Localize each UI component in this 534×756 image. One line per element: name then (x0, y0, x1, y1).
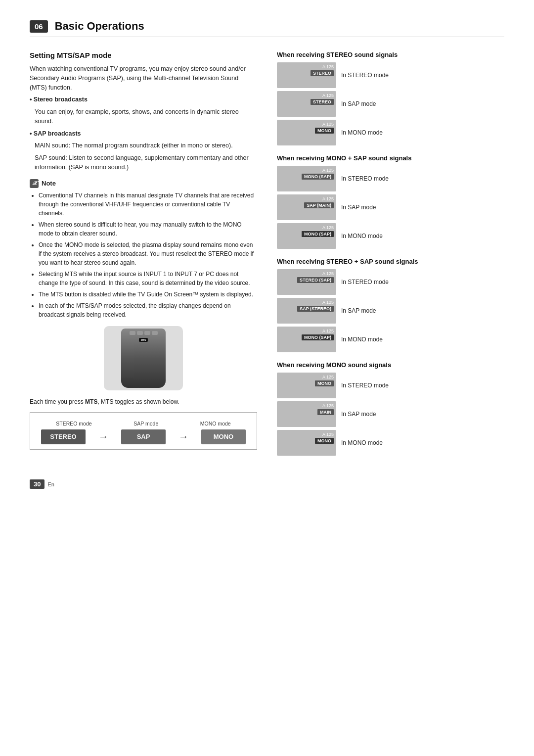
signal-row-stereo-1: A 125STEREOIn SAP mode (277, 91, 504, 117)
remote-illustration: MTS (104, 326, 183, 390)
signal-group-mono: When receiving MONO sound signalsA 125MO… (277, 361, 504, 456)
tv-channel-stereo_sap-2: A 125 (322, 329, 334, 333)
mts-label-mono: MONO mode (200, 421, 231, 426)
signal-label-mono-0: In STEREO mode (341, 382, 389, 389)
remote-btn-3 (144, 331, 150, 335)
tv-display-stereo-0: A 125STEREO (277, 62, 336, 88)
page-number-area: 30 En (30, 479, 504, 489)
signal-group-title-stereo: When receiving STEREO sound signals (277, 51, 504, 58)
mts-box-stereo: STEREO (41, 429, 86, 444)
tv-display-stereo_sap-0: A 125STEREO (SAP) (277, 269, 336, 295)
tv-channel-stereo-1: A 125 (322, 93, 334, 98)
mts-labels-row: STEREO mode SAP mode MONO mode (35, 421, 252, 426)
note-section: 𝒳 Note Conventional TV channels in this … (30, 179, 257, 319)
mts-label-stereo: STEREO mode (56, 421, 91, 426)
tv-display-stereo-2: A 125MONO (277, 120, 336, 145)
tv-channel-stereo-0: A 125 (322, 64, 334, 69)
remote-btn-1 (130, 331, 135, 335)
mts-arrow-1: → (98, 431, 108, 442)
signal-row-mono_sap-2: A 125MONO (SAP)In MONO mode (277, 223, 504, 249)
tv-mode-badge-stereo_sap-2: MONO (SAP) (302, 334, 334, 340)
mts-arrow-2: → (178, 431, 188, 442)
tv-display-mono-0: A 125MONO (277, 373, 336, 398)
note-item-4: The MTS button is disabled while the TV … (39, 290, 257, 299)
remote-body: MTS (121, 329, 166, 388)
signal-row-mono-1: A 125MAINIn SAP mode (277, 401, 504, 427)
signal-label-mono_sap-1: In SAP mode (341, 204, 376, 211)
note-item-1: When stereo sound is difficult to hear, … (39, 220, 257, 238)
each-press-text: Each time you press MTS, MTS toggles as … (30, 397, 257, 406)
signal-label-mono-2: In MONO mode (341, 439, 383, 446)
tv-mode-badge-mono-2: MONO (315, 438, 334, 444)
signal-label-stereo_sap-2: In MONO mode (341, 336, 383, 343)
note-item-5: In each of the MTS/SAP modes selected, t… (39, 301, 257, 319)
signal-group-title-mono: When receiving MONO sound signals (277, 361, 504, 369)
right-column: When receiving STEREO sound signalsA 125… (277, 51, 504, 465)
tv-channel-mono-2: A 125 (322, 432, 334, 437)
signal-label-mono_sap-0: In STEREO mode (341, 175, 389, 182)
mts-button[interactable]: MTS (139, 338, 148, 342)
note-label: Note (42, 180, 56, 187)
signal-row-mono_sap-0: A 125MONO (SAP)In STEREO mode (277, 166, 504, 191)
tv-display-mono-2: A 125MONO (277, 430, 336, 456)
signal-label-stereo-0: In STEREO mode (341, 72, 389, 79)
main-content: Setting MTS/SAP mode When watching conve… (30, 51, 504, 465)
remote-btn-4 (152, 331, 158, 335)
intro-text: When watching conventional TV programs, … (30, 64, 257, 92)
chapter-badge: 06 (30, 20, 48, 33)
note-item-3: Selecting MTS while the input source is … (39, 270, 257, 287)
tv-channel-stereo-2: A 125 (322, 122, 334, 127)
tv-mode-badge-mono_sap-2: MONO (SAP) (302, 231, 334, 237)
tv-display-mono_sap-2: A 125MONO (SAP) (277, 223, 336, 249)
signal-row-stereo_sap-2: A 125MONO (SAP)In MONO mode (277, 327, 504, 352)
signal-group-stereo_sap: When receiving STEREO + SAP sound signal… (277, 258, 504, 352)
page-header: 06 Basic Operations (30, 20, 504, 37)
section-title-mts: Setting MTS/SAP mode (30, 51, 257, 59)
stereo-heading: • Stereo broadcasts (30, 95, 257, 104)
tv-mode-badge-stereo_sap-1: SAP (STEREO) (297, 306, 334, 312)
tv-channel-stereo_sap-0: A 125 (322, 271, 334, 276)
mts-box-mono: MONO (201, 429, 246, 444)
signal-group-mono_sap: When receiving MONO + SAP sound signalsA… (277, 154, 504, 249)
tv-display-stereo_sap-2: A 125MONO (SAP) (277, 327, 336, 352)
tv-mode-badge-mono-0: MONO (315, 380, 334, 386)
signal-label-stereo_sap-0: In STEREO mode (341, 279, 389, 285)
remote-btn-2 (137, 331, 143, 335)
stereo-broadcasts-label: • Stereo broadcasts (30, 96, 88, 103)
signal-row-mono-0: A 125MONOIn STEREO mode (277, 373, 504, 398)
tv-display-stereo_sap-1: A 125SAP (STEREO) (277, 298, 336, 324)
sap-main-text: MAIN sound: The normal program soundtrac… (35, 141, 257, 150)
signal-row-mono_sap-1: A 125SAP (MAIN)In SAP mode (277, 194, 504, 220)
tv-channel-mono_sap-2: A 125 (322, 225, 334, 230)
tv-mode-badge-mono_sap-0: MONO (SAP) (302, 174, 334, 180)
page-title: Basic Operations (55, 20, 144, 33)
stereo-text: You can enjoy, for example, sports, show… (35, 107, 257, 126)
tv-display-mono_sap-1: A 125SAP (MAIN) (277, 194, 336, 220)
remote-image: MTS (104, 326, 183, 390)
mts-label-sap: SAP mode (134, 421, 158, 426)
tv-display-mono-1: A 125MAIN (277, 401, 336, 427)
tv-mode-badge-stereo-2: MONO (315, 128, 334, 134)
tv-mode-badge-stereo_sap-0: STEREO (SAP) (297, 277, 334, 283)
note-item-0: Conventional TV channels in this manual … (39, 191, 257, 218)
mts-boxes-row: STEREO → SAP → MONO (35, 429, 252, 444)
note-icon: 𝒳 (30, 179, 39, 188)
tv-mode-badge-mono_sap-1: SAP (MAIN) (304, 202, 334, 208)
sap-broadcasts-label: • SAP broadcasts (30, 130, 81, 137)
signal-label-stereo-1: In SAP mode (341, 100, 376, 107)
signal-row-stereo_sap-1: A 125SAP (STEREO)In SAP mode (277, 298, 504, 324)
mts-box-sap: SAP (121, 429, 166, 444)
tv-display-stereo-1: A 125STEREO (277, 91, 336, 117)
signal-label-stereo-2: In MONO mode (341, 129, 383, 136)
note-header: 𝒳 Note (30, 179, 257, 188)
tv-channel-mono_sap-1: A 125 (322, 196, 334, 201)
signal-row-mono-2: A 125MONOIn MONO mode (277, 430, 504, 456)
left-column: Setting MTS/SAP mode When watching conve… (30, 51, 257, 465)
tv-channel-mono-1: A 125 (322, 403, 334, 408)
tv-channel-mono_sap-0: A 125 (322, 168, 334, 173)
signal-group-title-mono_sap: When receiving MONO + SAP sound signals (277, 154, 504, 162)
tv-mode-badge-stereo-1: STEREO (311, 99, 334, 105)
tv-mode-badge-mono-1: MAIN (317, 409, 334, 415)
signal-group-stereo: When receiving STEREO sound signalsA 125… (277, 51, 504, 145)
tv-display-mono_sap-0: A 125MONO (SAP) (277, 166, 336, 191)
